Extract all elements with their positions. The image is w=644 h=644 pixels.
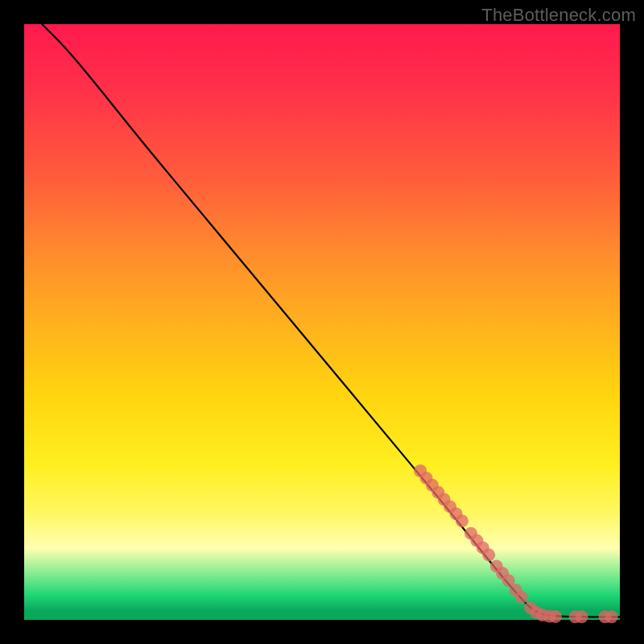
marker-dot: [482, 548, 495, 561]
marker-dot: [456, 514, 469, 527]
curve-layer: [24, 24, 620, 620]
marker-dot: [605, 610, 618, 623]
marker-dot: [576, 610, 588, 623]
chart-stage: TheBottleneck.com: [0, 0, 644, 644]
highlight-markers: [414, 464, 618, 623]
marker-dot: [515, 591, 528, 604]
bottleneck-curve: [42, 24, 620, 617]
marker-dot: [549, 610, 562, 623]
plot-area: [24, 24, 620, 620]
watermark-label: TheBottleneck.com: [481, 5, 636, 26]
